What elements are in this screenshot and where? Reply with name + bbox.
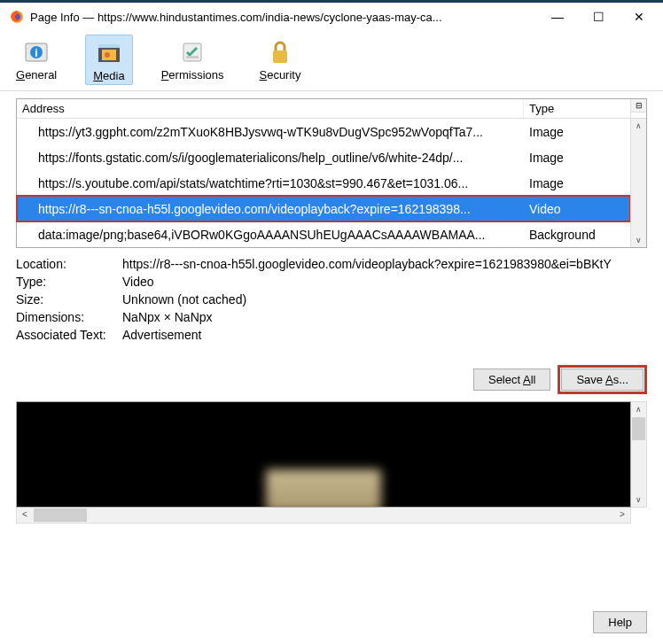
column-picker-icon[interactable]: ⊟ [631,99,646,113]
list-row[interactable]: https://yt3.ggpht.com/z2mTXuoK8HBJysvwq-… [17,119,630,144]
tab-security-label: Security [259,68,300,81]
scroll-right-icon[interactable]: > [614,508,630,523]
row-type: Video [524,202,630,216]
list-row-selected[interactable]: https://r8---sn-cnoa-h55l.googlevideo.co… [17,196,630,221]
location-label: Location: [16,257,122,271]
type-label: Type: [16,275,122,289]
scroll-down-icon[interactable]: ∨ [631,233,646,247]
window-controls: — ☐ ✕ [537,4,659,30]
svg-rect-10 [186,56,199,58]
tab-toolbar: i General Media Permissions Security [0,31,663,91]
preview-vscrollbar[interactable]: ∧ ∨ [631,401,647,508]
details-panel: Location: https://r8---sn-cnoa-h55l.goog… [16,255,647,344]
list-rows: https://yt3.ggpht.com/z2mTXuoK8HBJysvwq-… [17,119,630,247]
help-button[interactable]: Help [593,611,647,633]
associated-text-label: Associated Text: [16,328,122,342]
row-address: https://s.youtube.com/api/stats/watchtim… [17,176,524,190]
row-address: https://fonts.gstatic.com/s/i/googlemate… [17,151,524,165]
preview-content [266,469,381,508]
column-address[interactable]: Address [17,99,524,118]
window-title: Page Info — https://www.hindustantimes.c… [30,11,537,24]
size-value: Unknown (not cached) [122,292,647,306]
action-buttons: Select All Save As... [16,369,644,391]
svg-point-8 [105,52,110,58]
scroll-left-icon[interactable]: < [17,508,33,523]
preview-wrap: ∧ ∨ [16,401,647,508]
media-preview [16,401,631,508]
row-address: https://yt3.ggpht.com/z2mTXuoK8HBJysvwq-… [17,125,524,139]
media-icon [95,39,123,67]
select-all-button[interactable]: Select All [473,369,550,391]
list-row[interactable]: https://s.youtube.com/api/stats/watchtim… [17,170,630,196]
firefox-icon [9,9,25,25]
general-icon: i [22,38,51,66]
preview-hscrollbar[interactable]: < > [16,508,631,524]
tab-security[interactable]: Security [252,35,308,85]
list-header: Address Type ⊟ [17,99,646,119]
location-value: https://r8---sn-cnoa-h55l.googlevideo.co… [122,257,647,271]
tab-general[interactable]: i General [9,35,64,85]
tab-media[interactable]: Media [85,35,132,85]
tab-media-label: Media [93,69,124,82]
save-as-button[interactable]: Save As... [561,369,644,391]
tab-permissions[interactable]: Permissions [154,35,231,85]
page-info-window: Page Info — https://www.hindustantimes.c… [0,0,663,644]
svg-text:i: i [35,47,37,59]
scroll-thumb[interactable] [632,417,645,440]
tab-permissions-label: Permissions [161,68,224,81]
associated-text-value: Advertisement [122,328,647,342]
media-list: Address Type ⊟ https://yt3.ggpht.com/z2m… [16,98,647,248]
security-icon [266,38,294,66]
row-address: https://r8---sn-cnoa-h55l.googlevideo.co… [17,202,524,216]
header-scrollbar-top: ⊟ [630,99,646,118]
scroll-track[interactable] [631,133,646,233]
content-area: Address Type ⊟ https://yt3.ggpht.com/z2m… [0,91,663,602]
type-value: Video [122,275,647,289]
list-scrollbar[interactable]: ∧ ∨ [630,119,646,247]
row-type: Background [524,228,630,242]
close-button[interactable]: ✕ [619,4,659,30]
footer: Help [0,602,663,644]
size-label: Size: [16,292,122,306]
row-type: Image [524,125,630,139]
scroll-up-icon[interactable]: ∧ [631,119,646,133]
dimensions-label: Dimensions: [16,310,122,324]
dimensions-value: NaNpx × NaNpx [122,310,647,324]
scroll-down-icon[interactable]: ∨ [631,493,646,507]
maximize-button[interactable]: ☐ [578,4,619,30]
titlebar: Page Info — https://www.hindustantimes.c… [0,3,663,31]
list-row[interactable]: https://fonts.gstatic.com/s/i/googlemate… [17,144,630,170]
svg-rect-11 [273,50,287,63]
scroll-thumb[interactable] [34,508,87,522]
row-type: Image [524,151,630,165]
minimize-button[interactable]: — [537,4,578,30]
list-row[interactable]: data:image/png;base64,iVBORw0KGgoAAAANSU… [17,221,630,247]
scroll-up-icon[interactable]: ∧ [631,402,646,416]
scroll-track[interactable] [631,441,646,493]
svg-rect-6 [98,44,120,48]
scroll-track[interactable] [33,508,614,523]
row-address: data:image/png;base64,iVBORw0KGgoAAAANSU… [17,228,524,242]
permissions-icon [178,38,207,66]
column-type[interactable]: Type [524,99,630,118]
row-type: Image [524,176,630,190]
tab-general-label: General [16,68,57,81]
